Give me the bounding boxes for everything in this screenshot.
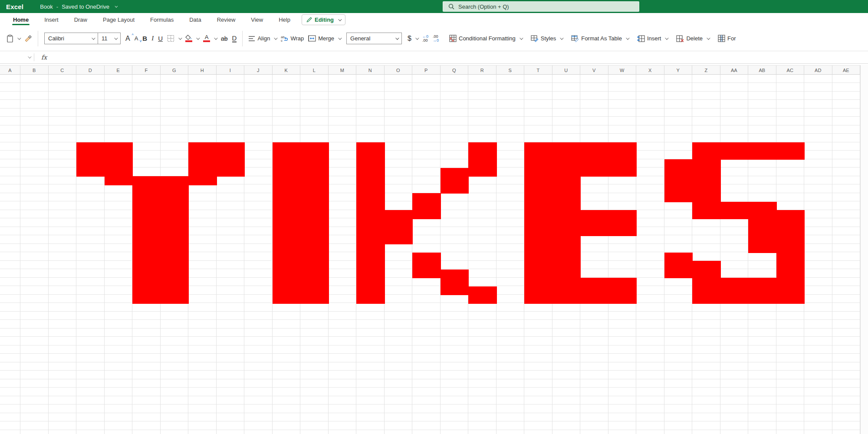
column-header-AB[interactable]: AB — [748, 66, 776, 75]
filled-cell-P22-P24[interactable] — [412, 253, 441, 279]
filled-cell-O17-O20[interactable] — [385, 210, 413, 244]
tab-review[interactable]: Review — [216, 13, 237, 26]
filled-cell-N9-N27[interactable] — [356, 142, 385, 304]
filled-cell-W9-W12[interactable] — [608, 142, 637, 177]
document-info[interactable]: Book - Saved to OneDrive — [40, 3, 117, 10]
chevron-down-icon[interactable] — [560, 36, 563, 39]
editing-mode-button[interactable]: Editing — [302, 14, 345, 25]
chevron-down-icon[interactable] — [626, 36, 629, 39]
double-underline-button[interactable]: D — [230, 33, 239, 44]
column-header-R[interactable]: R — [468, 66, 496, 75]
chevron-down-icon[interactable] — [196, 36, 200, 39]
italic-button[interactable]: I — [149, 33, 156, 44]
tab-draw[interactable]: Draw — [73, 13, 88, 26]
filled-cell-W25-W27[interactable] — [608, 278, 637, 304]
chevron-down-icon[interactable] — [274, 36, 278, 39]
cell-styles-button[interactable]: Styles — [529, 33, 565, 44]
column-header-W[interactable]: W — [608, 66, 637, 75]
name-box[interactable] — [0, 51, 34, 63]
column-header-X[interactable]: X — [636, 66, 664, 75]
tab-view[interactable]: View — [250, 13, 264, 26]
column-header-S[interactable]: S — [496, 66, 525, 75]
bold-button[interactable]: B — [140, 33, 149, 44]
filled-cell-AA16-AA17[interactable] — [720, 202, 749, 219]
filled-cell-F13-F27[interactable] — [132, 176, 161, 304]
increase-font-button[interactable]: A^ — [123, 33, 132, 44]
conditional-formatting-button[interactable]: Conditional Formatting — [447, 33, 524, 44]
column-header-N[interactable]: N — [356, 66, 385, 75]
column-header-U[interactable]: U — [552, 66, 581, 75]
delete-cells-button[interactable]: Delete — [674, 33, 711, 44]
format-button[interactable]: For — [716, 33, 738, 44]
column-header-D[interactable]: D — [76, 66, 105, 75]
filled-cell-V9-V12[interactable] — [580, 142, 609, 177]
filled-cell-Y22-Y24[interactable] — [664, 253, 693, 279]
filled-cell-AC17-AC27[interactable] — [776, 210, 805, 304]
save-status[interactable]: Saved to OneDrive — [62, 3, 109, 10]
filled-cell-U9-U27[interactable] — [552, 142, 581, 304]
filled-cell-AB16-AB21[interactable] — [748, 202, 777, 253]
column-header-AE[interactable]: AE — [832, 66, 861, 75]
align-button[interactable]: Align — [246, 33, 279, 43]
column-header-F[interactable]: F — [132, 66, 161, 75]
column-header-T[interactable]: T — [524, 66, 552, 75]
formula-input[interactable] — [53, 51, 868, 63]
column-header-Z[interactable]: Z — [692, 66, 720, 75]
filled-cell-Q24-Q26[interactable] — [441, 270, 469, 296]
increase-decimal-button[interactable]: ←0 .00 — [420, 33, 431, 44]
borders-button[interactable] — [165, 33, 183, 44]
paste-button[interactable] — [4, 33, 22, 44]
filled-cell-R26-R27[interactable] — [468, 286, 497, 304]
column-header-E[interactable]: E — [105, 66, 133, 75]
vertical-scrollbar[interactable] — [860, 65, 868, 434]
tab-formulas[interactable]: Formulas — [149, 13, 174, 26]
chevron-down-icon[interactable] — [17, 36, 21, 39]
filled-cell-Z9-Z17[interactable] — [692, 142, 721, 219]
wrap-text-button[interactable]: abc Wrap — [279, 33, 306, 44]
merge-button[interactable]: Merge — [306, 33, 343, 43]
filled-cell-G13-G27[interactable] — [161, 176, 189, 304]
filled-cell-AA25-AA27[interactable] — [720, 278, 749, 304]
filled-cell-Q12-Q14[interactable] — [441, 168, 469, 194]
strikethrough-button[interactable]: ab — [219, 33, 230, 44]
column-header-AD[interactable]: AD — [804, 66, 832, 75]
column-header-H[interactable]: H — [188, 66, 217, 75]
column-header-G[interactable]: G — [161, 66, 189, 75]
filled-cell-K9-K27[interactable] — [273, 142, 301, 304]
column-header-K[interactable]: K — [273, 66, 301, 75]
chevron-down-icon[interactable] — [707, 36, 710, 39]
filled-cell-V25-V27[interactable] — [580, 278, 609, 304]
fill-color-button[interactable] — [183, 33, 201, 44]
format-painter-button[interactable] — [22, 33, 34, 44]
chevron-down-icon[interactable] — [214, 36, 217, 39]
insert-cells-button[interactable]: Insert — [635, 33, 670, 44]
chevron-down-icon[interactable] — [115, 4, 118, 7]
column-header-P[interactable]: P — [412, 66, 441, 75]
tab-insert[interactable]: Insert — [43, 13, 59, 26]
filled-cell-AA9-AA10[interactable] — [720, 142, 749, 160]
column-header-Y[interactable]: Y — [664, 66, 693, 75]
chevron-down-icon[interactable] — [28, 55, 31, 58]
number-format-select[interactable]: General — [346, 33, 402, 44]
filled-cell-Z23-Z27[interactable] — [692, 261, 721, 304]
currency-format-button[interactable]: $ — [405, 33, 420, 44]
filled-cell-P15-P17[interactable] — [412, 193, 441, 219]
tab-page-layout[interactable]: Page Layout — [102, 13, 135, 26]
chevron-down-icon[interactable] — [665, 36, 669, 39]
column-header-Q[interactable]: Q — [441, 66, 469, 75]
search-input[interactable]: Search (Option + Q) — [443, 1, 639, 12]
filled-cell-Y11-Y15[interactable] — [664, 159, 693, 202]
filled-cell-W17-W19[interactable] — [608, 210, 637, 236]
chevron-down-icon[interactable] — [338, 36, 342, 39]
tab-help[interactable]: Help — [278, 13, 291, 26]
filled-cell-D9-D12[interactable] — [76, 142, 105, 177]
filled-cell-E9-E13[interactable] — [105, 142, 133, 185]
tab-home[interactable]: Home — [12, 13, 30, 26]
column-header-V[interactable]: V — [580, 66, 608, 75]
cell-grid[interactable] — [0, 75, 860, 434]
column-header-I[interactable]: I — [217, 66, 245, 75]
font-color-button[interactable]: A — [201, 33, 219, 44]
column-header-A[interactable]: A — [0, 66, 20, 75]
column-header-J[interactable]: J — [244, 66, 273, 75]
filled-cell-H9-H13[interactable] — [188, 142, 217, 185]
